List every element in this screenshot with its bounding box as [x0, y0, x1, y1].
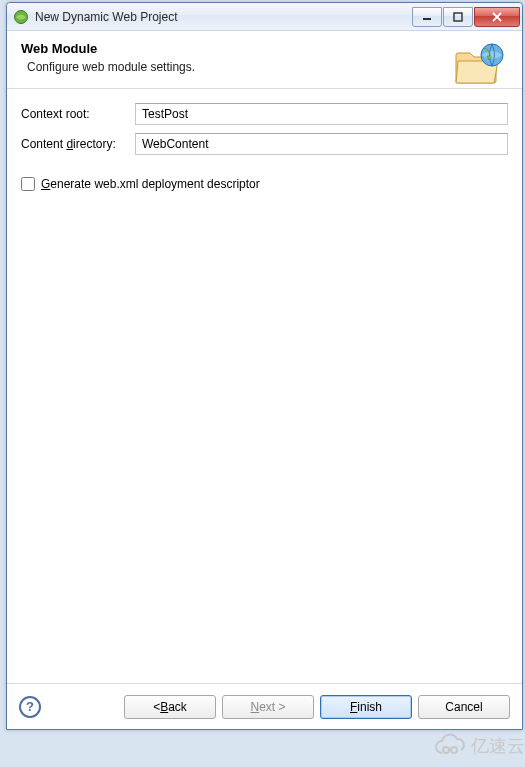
titlebar[interactable]: New Dynamic Web Project — [7, 3, 522, 31]
back-button[interactable]: < Back — [124, 695, 216, 719]
cancel-button[interactable]: Cancel — [418, 695, 510, 719]
window-controls — [411, 7, 520, 27]
watermark-text: 亿速云 — [471, 734, 525, 758]
cloud-icon — [433, 733, 467, 759]
app-icon — [13, 9, 29, 25]
context-root-label: Context root: — [21, 107, 135, 121]
banner-heading: Web Module — [21, 41, 508, 56]
wizard-banner: Web Module Configure web module settings… — [7, 31, 522, 89]
help-button[interactable]: ? — [19, 696, 41, 718]
content-directory-label: Content directory: — [21, 137, 135, 151]
context-root-row: Context root: — [21, 103, 508, 125]
banner-subtext: Configure web module settings. — [27, 60, 508, 74]
finish-button[interactable]: Finish — [320, 695, 412, 719]
wizard-body: Context root: Content directory: Generat… — [7, 89, 522, 683]
context-root-input[interactable] — [135, 103, 508, 125]
maximize-button[interactable] — [443, 7, 473, 27]
content-directory-row: Content directory: — [21, 133, 508, 155]
content-directory-input[interactable] — [135, 133, 508, 155]
close-button[interactable] — [474, 7, 520, 27]
svg-rect-2 — [454, 13, 462, 21]
window-title: New Dynamic Web Project — [35, 10, 411, 24]
button-bar: ? < Back Next > Finish Cancel — [7, 683, 522, 729]
minimize-button[interactable] — [412, 7, 442, 27]
svg-point-6 — [443, 747, 449, 753]
svg-point-7 — [451, 747, 457, 753]
watermark: 亿速云 — [433, 733, 525, 759]
generate-webxml-row: Generate web.xml deployment descriptor — [21, 177, 508, 191]
generate-webxml-checkbox[interactable] — [21, 177, 35, 191]
generate-webxml-label[interactable]: Generate web.xml deployment descriptor — [41, 177, 260, 191]
folder-globe-icon — [454, 41, 506, 88]
next-button[interactable]: Next > — [222, 695, 314, 719]
dialog-window: New Dynamic Web Project Web Module Confi… — [6, 2, 523, 730]
